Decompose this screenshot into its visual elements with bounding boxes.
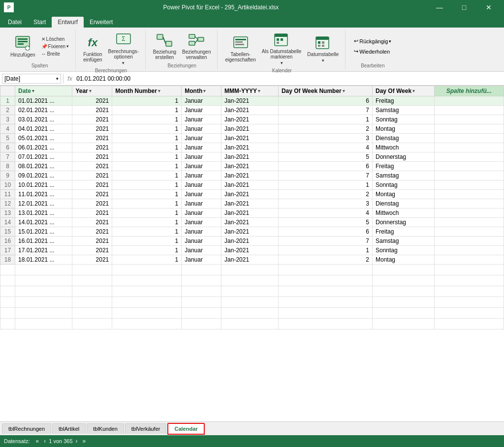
col-header-dow-num[interactable]: Day Of Week Number ▾	[278, 86, 372, 96]
tab-tblverkaufer[interactable]: tblVerkäufer	[125, 423, 167, 434]
cell-month[interactable]: Januar	[182, 96, 221, 106]
cell-date[interactable]: 09.01.2021 ...	[15, 171, 72, 180]
cell-mmm-yyyy[interactable]: Jan-2021	[221, 106, 279, 115]
funktion-einfugen-button[interactable]: fx Funktioneinfügen	[81, 33, 104, 64]
maximize-button[interactable]: □	[453, 0, 475, 15]
cell-month[interactable]: Januar	[182, 246, 221, 255]
cell-add[interactable]	[434, 246, 504, 255]
cell-add[interactable]	[434, 143, 504, 152]
cell-mmm-yyyy[interactable]: Jan-2021	[221, 209, 279, 218]
date-filter-arrow[interactable]: ▾	[32, 89, 34, 93]
cell-add[interactable]	[434, 152, 504, 162]
tab-entwurf[interactable]: Entwurf	[52, 17, 84, 28]
cell-year[interactable]: 2021	[72, 199, 112, 209]
cell-month-num[interactable]: 1	[112, 115, 182, 124]
ruckgangig-button[interactable]: ↩ Rückgängig ▾	[350, 36, 395, 46]
cell-month-num[interactable]: 1	[112, 190, 182, 199]
cell-add[interactable]	[434, 255, 504, 265]
row-number[interactable]: 8	[0, 162, 15, 171]
loschen-button[interactable]: ✕ Löschen	[39, 35, 72, 43]
cell-dow-num[interactable]: 2	[278, 190, 372, 199]
dow-num-filter-arrow[interactable]: ▾	[343, 89, 345, 93]
table-row[interactable]: 1717.01.2021 ...20211JanuarJan-20211Sonn…	[0, 246, 504, 255]
cell-month[interactable]: Januar	[182, 106, 221, 115]
cell-add[interactable]	[434, 227, 504, 237]
cell-dow[interactable]: Montag	[373, 190, 435, 199]
cell-year[interactable]: 2021	[72, 115, 112, 124]
tab-tblkunden[interactable]: tblKunden	[87, 423, 124, 434]
col-header-date[interactable]: Date ▾	[15, 86, 72, 96]
row-number[interactable]: 16	[0, 237, 15, 246]
cell-month-num[interactable]: 1	[112, 143, 182, 152]
row-number[interactable]: 7	[0, 152, 15, 162]
cell-year[interactable]: 2021	[72, 106, 112, 115]
cell-date[interactable]: 14.01.2021 ...	[15, 218, 72, 227]
grid-container[interactable]: Date ▾ Year ▾ Month Number ▾	[0, 86, 504, 421]
cell-year[interactable]: 2021	[72, 152, 112, 162]
cell-mmm-yyyy[interactable]: Jan-2021	[221, 190, 279, 199]
cell-date[interactable]: 18.01.2021 ...	[15, 255, 72, 265]
table-row[interactable]: 1616.01.2021 ...20211JanuarJan-20217Sams…	[0, 237, 504, 246]
cell-dow-num[interactable]: 3	[278, 199, 372, 209]
cell-month-num[interactable]: 1	[112, 180, 182, 190]
dow-filter-arrow[interactable]: ▾	[412, 89, 415, 93]
col-header-year[interactable]: Year ▾	[72, 86, 112, 96]
cell-mmm-yyyy[interactable]: Jan-2021	[221, 255, 279, 265]
cell-month[interactable]: Januar	[182, 199, 221, 209]
tabelleneigenschaften-button[interactable]: Tabellen-eigenschaften	[222, 33, 258, 64]
nav-next-button[interactable]: ›	[74, 438, 80, 445]
table-row[interactable]: 303.01.2021 ...20211JanuarJan-20211Sonnt…	[0, 115, 504, 124]
cell-dow-num[interactable]: 1	[278, 246, 372, 255]
cell-year[interactable]: 2021	[72, 237, 112, 246]
cell-date[interactable]: 05.01.2021 ...	[15, 134, 72, 143]
row-number[interactable]: 17	[0, 246, 15, 255]
cell-dow-num[interactable]: 5	[278, 218, 372, 227]
cell-dow[interactable]: Sonntag	[373, 246, 435, 255]
cell-mmm-yyyy[interactable]: Jan-2021	[221, 199, 279, 209]
cell-mmm-yyyy[interactable]: Jan-2021	[221, 246, 279, 255]
cell-date[interactable]: 15.01.2021 ...	[15, 227, 72, 237]
table-row[interactable]: 404.01.2021 ...20211JanuarJan-20212Monta…	[0, 124, 504, 134]
row-number[interactable]: 3	[0, 115, 15, 124]
cell-dow-num[interactable]: 7	[278, 171, 372, 180]
cell-year[interactable]: 2021	[72, 218, 112, 227]
wiederholen-button[interactable]: ↪ Wiederholen	[350, 47, 395, 56]
table-row[interactable]: 1414.01.2021 ...20211JanuarJan-20215Donn…	[0, 218, 504, 227]
row-number[interactable]: 14	[0, 218, 15, 227]
cell-dow[interactable]: Mittwoch	[373, 143, 435, 152]
cell-year[interactable]: 2021	[72, 246, 112, 255]
tab-datei[interactable]: Datei	[2, 17, 28, 28]
row-number[interactable]: 6	[0, 143, 15, 152]
cell-month-num[interactable]: 1	[112, 152, 182, 162]
cell-dow[interactable]: Dienstag	[373, 134, 435, 143]
beziehung-erstellen-button[interactable]: Beziehungerstellen	[151, 31, 179, 61]
cell-month-num[interactable]: 1	[112, 162, 182, 171]
table-row[interactable]: 909.01.2021 ...20211JanuarJan-20217Samst…	[0, 171, 504, 180]
cell-date[interactable]: 06.01.2021 ...	[15, 143, 72, 152]
cell-dow-num[interactable]: 4	[278, 209, 372, 218]
fixieren-button[interactable]: 📌 Fixieren ▾	[39, 43, 72, 50]
row-number[interactable]: 15	[0, 227, 15, 237]
row-number[interactable]: 5	[0, 134, 15, 143]
row-number[interactable]: 9	[0, 171, 15, 180]
table-row[interactable]: 1111.01.2021 ...20211JanuarJan-20212Mont…	[0, 190, 504, 199]
cell-date[interactable]: 12.01.2021 ...	[15, 199, 72, 209]
table-row[interactable]: 1313.01.2021 ...20211JanuarJan-20214Mitt…	[0, 209, 504, 218]
cell-month-num[interactable]: 1	[112, 237, 182, 246]
cell-add[interactable]	[434, 180, 504, 190]
table-row[interactable]: 505.01.2021 ...20211JanuarJan-20213Diens…	[0, 134, 504, 143]
nav-first-button[interactable]: «	[34, 438, 41, 445]
cell-dow[interactable]: Donnerstag	[373, 218, 435, 227]
cell-date[interactable]: 16.01.2021 ...	[15, 237, 72, 246]
cell-year[interactable]: 2021	[72, 180, 112, 190]
cell-dow-num[interactable]: 1	[278, 115, 372, 124]
cell-add[interactable]	[434, 115, 504, 124]
close-button[interactable]: ✕	[477, 0, 500, 15]
cell-dow-num[interactable]: 7	[278, 237, 372, 246]
cell-add[interactable]	[434, 199, 504, 209]
cell-month-num[interactable]: 1	[112, 255, 182, 265]
month-number-filter-arrow[interactable]: ▾	[158, 89, 160, 93]
cell-month[interactable]: Januar	[182, 171, 221, 180]
table-row[interactable]: 1818.01.2021 ...20211JanuarJan-20212Mont…	[0, 255, 504, 265]
table-row[interactable]: 808.01.2021 ...20211JanuarJan-20216Freit…	[0, 162, 504, 171]
